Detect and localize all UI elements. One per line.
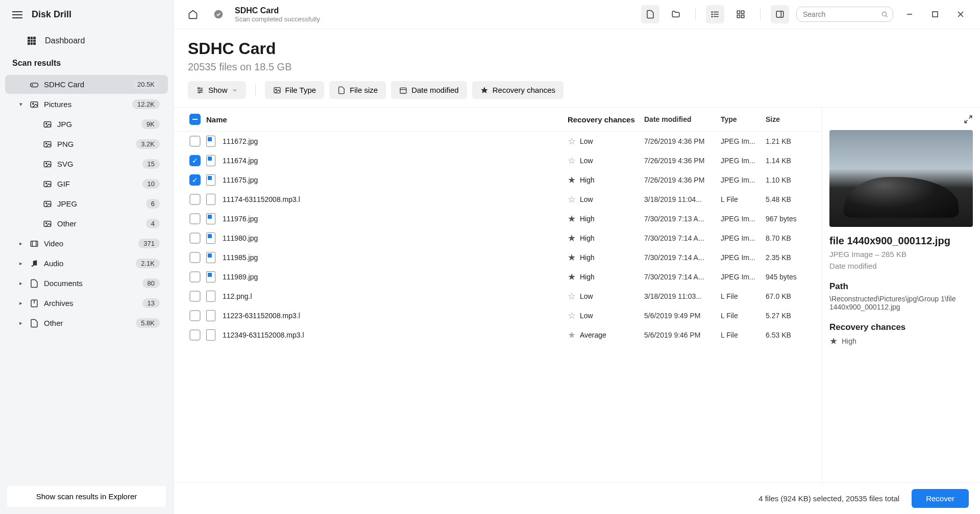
file-type-filter-button[interactable]: File Type <box>265 81 325 99</box>
row-checkbox[interactable] <box>189 252 201 263</box>
star-filled-icon: ★ <box>568 233 576 244</box>
sidebar-item-other[interactable]: Other4 <box>5 214 168 233</box>
sidebar-item-png[interactable]: PNG3.2K <box>5 135 168 153</box>
table-row[interactable]: 111989.jpg ★High 7/30/2019 7:14 A... JPE… <box>174 267 822 287</box>
file-type-icon <box>206 271 215 282</box>
home-icon <box>188 9 198 19</box>
svg-point-47 <box>199 91 200 93</box>
view-files-button[interactable] <box>641 5 659 23</box>
file-name: 111985.jpg <box>223 253 258 262</box>
row-checkbox[interactable] <box>189 310 201 321</box>
file-size: 67.0 KB <box>766 292 812 300</box>
file-type-icon <box>206 155 215 166</box>
show-in-explorer-button[interactable]: Show scan results in Explorer <box>7 486 166 507</box>
recovery-text: Low <box>580 312 593 320</box>
svg-point-36 <box>882 12 886 16</box>
svg-point-27 <box>712 12 713 13</box>
sidebar-item-dashboard[interactable]: Dashboard <box>0 29 173 53</box>
row-checkbox[interactable] <box>189 194 201 205</box>
drive-icon <box>30 80 39 89</box>
select-all-checkbox[interactable] <box>189 114 201 125</box>
tree-label: SVG <box>57 160 137 168</box>
column-type[interactable]: Type <box>721 115 766 123</box>
image-icon <box>43 120 52 129</box>
separator <box>695 8 696 20</box>
column-recovery[interactable]: Recovery chances <box>568 115 644 124</box>
image-icon <box>43 140 52 149</box>
sidebar-item-jpg[interactable]: JPG9K <box>5 115 168 134</box>
column-size[interactable]: Size <box>766 115 812 123</box>
star-outline-icon: ☆ <box>568 291 576 302</box>
sidebar-item-archives[interactable]: ▸Archives13 <box>5 294 168 313</box>
panel-view-button[interactable] <box>771 5 789 23</box>
star-outline-icon: ☆ <box>568 136 576 147</box>
table-row[interactable]: 112349-631152008.mp3.l ★Average 5/6/2019… <box>174 325 822 345</box>
table-row[interactable]: 111976.jpg ★High 7/30/2019 7:13 A... JPE… <box>174 209 822 228</box>
sidebar-item-video[interactable]: ▸Video371 <box>5 234 168 253</box>
file-type-icon <box>206 329 215 341</box>
recover-button[interactable]: Recover <box>912 489 969 508</box>
svg-point-1 <box>32 85 33 86</box>
row-checkbox[interactable] <box>189 213 201 224</box>
recovery-text: High <box>580 215 595 223</box>
image-icon <box>43 199 52 209</box>
file-size-filter-button[interactable]: File size <box>329 81 386 99</box>
file-icon <box>337 86 346 94</box>
recovery-filter-button[interactable]: Recovery chances <box>472 81 564 99</box>
svg-point-11 <box>46 183 47 184</box>
column-date[interactable]: Date modified <box>644 115 721 123</box>
topbar: SDHC Card Scan completed successfully <box>174 0 980 29</box>
tree-label: JPEG <box>57 199 141 208</box>
chevron-down-icon <box>232 87 238 93</box>
table-row[interactable]: ✓ 111674.jpg ☆Low 7/26/2019 4:36 PM JPEG… <box>174 151 822 170</box>
row-checkbox[interactable] <box>189 271 201 282</box>
table-row[interactable]: ✓ 111675.jpg ★High 7/26/2019 4:36 PM JPE… <box>174 170 822 190</box>
main-content: SDHC Card Scan completed successfully <box>174 0 980 514</box>
sidebar-item-sdhc-card[interactable]: SDHC Card20.5K <box>5 75 168 94</box>
menu-icon[interactable] <box>12 11 22 18</box>
table-row[interactable]: 111985.jpg ★High 7/30/2019 7:14 A... JPE… <box>174 248 822 267</box>
star-outline-icon: ☆ <box>568 310 576 321</box>
chevron-icon: ▸ <box>17 280 24 287</box>
status-button[interactable] <box>209 5 228 23</box>
image-icon <box>273 86 281 94</box>
close-button[interactable] <box>951 5 970 23</box>
home-button[interactable] <box>184 5 202 23</box>
sidebar-item-jpeg[interactable]: JPEG6 <box>5 194 168 213</box>
table-row[interactable]: 11223-631152008.mp3.l ☆Low 5/6/2019 9:49… <box>174 306 822 325</box>
row-checkbox[interactable] <box>189 233 201 244</box>
file-name: 111675.jpg <box>223 176 258 184</box>
table-row[interactable]: 11174-631152008.mp3.l ☆Low 3/18/2019 11:… <box>174 190 822 209</box>
row-checkbox[interactable]: ✓ <box>189 155 201 166</box>
column-name[interactable]: Name <box>206 115 568 124</box>
file-size: 6.53 KB <box>766 331 812 339</box>
sidebar-item-pictures[interactable]: ▾Pictures12.2K <box>5 95 168 114</box>
search-input[interactable] <box>796 7 893 22</box>
sidebar-item-gif[interactable]: GIF10 <box>5 174 168 193</box>
tree-label: Audio <box>44 259 131 268</box>
grid-view-button[interactable] <box>731 5 750 23</box>
expand-preview-button[interactable] <box>964 115 973 124</box>
date-filter-button[interactable]: Date modified <box>391 81 467 99</box>
maximize-button[interactable] <box>926 5 944 23</box>
list-view-button[interactable] <box>706 5 724 23</box>
row-checkbox[interactable] <box>189 329 201 341</box>
view-folder-button[interactable] <box>667 5 685 23</box>
sidebar-item-other[interactable]: ▸Other5.8K <box>5 314 168 332</box>
file-date: 7/26/2019 4:36 PM <box>644 157 721 165</box>
file-date: 7/30/2019 7:14 A... <box>644 273 721 281</box>
grid-icon <box>28 37 36 45</box>
show-filter-button[interactable]: Show <box>188 81 246 99</box>
table-row[interactable]: 111672.jpg ☆Low 7/26/2019 4:36 PM JPEG I… <box>174 132 822 151</box>
chevron-icon: ▸ <box>17 240 24 247</box>
table-row[interactable]: 111980.jpg ★High 7/30/2019 7:14 A... JPE… <box>174 228 822 248</box>
sidebar-item-documents[interactable]: ▸Documents80 <box>5 274 168 293</box>
row-checkbox[interactable] <box>189 136 201 147</box>
sidebar-item-svg[interactable]: SVG15 <box>5 155 168 173</box>
preview-image <box>829 130 973 227</box>
row-checkbox[interactable] <box>189 291 201 302</box>
minimize-button[interactable] <box>900 5 919 23</box>
table-row[interactable]: 112.png.l ☆Low 3/18/2019 11:03... L File… <box>174 287 822 306</box>
row-checkbox[interactable]: ✓ <box>189 174 201 186</box>
sidebar-item-audio[interactable]: ▸Audio2.1K <box>5 254 168 273</box>
